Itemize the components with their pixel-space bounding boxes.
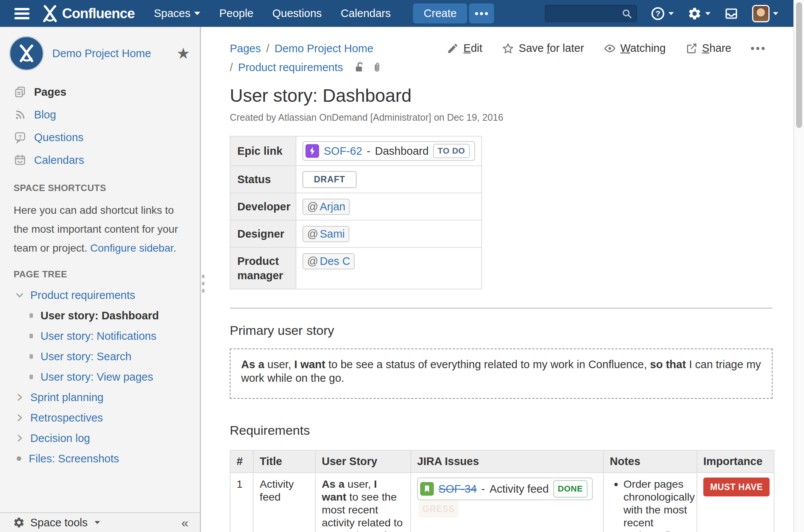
tree-item-label[interactable]: User story: View pages xyxy=(41,371,153,383)
collapse-sidebar-icon[interactable]: « xyxy=(181,515,189,530)
sidebar-item-pages[interactable]: Pages xyxy=(0,81,200,103)
space-tools-bar[interactable]: Space tools « xyxy=(0,512,200,532)
tree-item-decision-log[interactable]: Decision log xyxy=(0,428,200,448)
hamburger-menu-icon[interactable] xyxy=(14,8,30,19)
jira-issue-chip-sof-62[interactable]: SOF-62 - Dashboard TO DO xyxy=(302,141,475,161)
meta-label-epic-link: Epic link xyxy=(230,136,296,166)
nav-people-label: People xyxy=(219,7,253,20)
calendar-icon xyxy=(14,154,26,166)
tree-item-product-requirements[interactable]: Product requirements xyxy=(0,285,200,305)
breadcrumb-demo-project-home[interactable]: Demo Project Home xyxy=(274,42,373,55)
chevron-down-icon xyxy=(705,12,711,15)
notifications-tray[interactable] xyxy=(724,6,739,21)
story-text: to be see a status of everything related… xyxy=(325,358,650,370)
table-header-row: # Title User Story JIRA Issues Notes Imp… xyxy=(230,450,774,473)
shortcuts-text-period: . xyxy=(173,242,176,254)
share-button[interactable]: Share xyxy=(686,42,731,54)
share-label: hare xyxy=(709,42,731,54)
paperclip-icon[interactable] xyxy=(371,61,383,73)
confluence-logo[interactable]: Confluence xyxy=(41,5,134,23)
save-for-later-button[interactable]: Save for later xyxy=(502,42,584,54)
configure-sidebar-link[interactable]: Configure sidebar xyxy=(90,242,173,254)
meta-label-status: Status xyxy=(230,166,296,193)
at-icon: @ xyxy=(307,228,318,240)
space-header: Demo Project Home ★ xyxy=(0,27,200,81)
tree-item-retrospectives[interactable]: Retrospectives xyxy=(0,408,200,428)
nav-questions-label: Questions xyxy=(273,7,322,20)
chevron-right-icon[interactable] xyxy=(15,413,24,422)
scrollbar-thumb[interactable] xyxy=(796,2,802,128)
breadcrumb-pages[interactable]: Pages xyxy=(230,42,261,55)
tree-item-user-story-search[interactable]: User story: Search xyxy=(0,346,200,367)
tree-item-label[interactable]: User story: Dashboard xyxy=(41,310,159,322)
jira-issue-chip-sof-34[interactable]: SOF-34 - Activity feed DONE xyxy=(417,478,593,500)
tree-item-label[interactable]: Product requirements xyxy=(30,289,135,302)
watching-button[interactable]: Watching xyxy=(604,42,666,54)
status-badge-done: DONE xyxy=(553,480,587,498)
sidebar-item-calendars[interactable]: Calendars xyxy=(0,149,200,171)
share-accesskey: S xyxy=(702,42,709,54)
cell-num: 1 xyxy=(230,473,253,532)
mention-arjan[interactable]: @Arjan xyxy=(302,199,350,215)
space-logo[interactable] xyxy=(9,36,44,71)
chevron-right-icon[interactable] xyxy=(15,393,24,402)
create-button[interactable]: Create xyxy=(413,3,467,23)
tree-item-label[interactable]: User story: Notifications xyxy=(41,330,156,342)
chevron-down-icon[interactable] xyxy=(15,291,24,300)
confluence-x-icon xyxy=(41,5,59,23)
nav-spaces[interactable]: Spaces xyxy=(144,7,210,20)
issue-key-link[interactable]: SOF-34 xyxy=(438,482,477,495)
help-icon: ? xyxy=(651,6,665,21)
search-input[interactable] xyxy=(549,8,621,19)
mention-name: Des C xyxy=(320,255,351,268)
tree-item-label[interactable]: Files: Screenshots xyxy=(29,453,119,465)
tree-item-label[interactable]: User story: Search xyxy=(41,350,131,363)
chevron-right-icon[interactable] xyxy=(15,434,24,443)
tree-item-user-story-view-pages[interactable]: User story: View pages xyxy=(0,367,200,387)
mention-des-c[interactable]: @Des C xyxy=(302,253,355,269)
chevron-down-icon xyxy=(773,12,778,15)
mention-sami[interactable]: @Sami xyxy=(302,226,349,242)
tree-item-label[interactable]: Sprint planning xyxy=(30,391,103,404)
search-icon[interactable] xyxy=(621,8,633,19)
space-home-link[interactable]: Demo Project Home xyxy=(52,47,168,60)
sidebar-item-blog[interactable]: Blog xyxy=(0,103,200,126)
table-row: Status DRAFT xyxy=(230,166,481,193)
story-bold: As a xyxy=(241,358,264,370)
tree-item-files-screenshots[interactable]: Files: Screenshots xyxy=(0,448,200,469)
create-more-button[interactable] xyxy=(469,3,494,23)
col-header-num: # xyxy=(230,450,253,473)
requirements-heading: Requirements xyxy=(230,423,773,438)
tree-item-sprint-planning[interactable]: Sprint planning xyxy=(0,387,200,408)
edit-button[interactable]: Edit xyxy=(447,42,482,54)
breadcrumb-separator: / xyxy=(266,42,269,55)
chevron-down-icon xyxy=(194,12,200,15)
watching-label: atching xyxy=(630,42,666,54)
table-row: Epic link SOF-62 - Dashboard TO DO xyxy=(230,136,481,166)
help-menu[interactable]: ? xyxy=(651,6,674,21)
table-row: Product manager @Des C xyxy=(230,247,481,289)
sidebar-item-questions[interactable]: ? Questions xyxy=(0,126,200,149)
breadcrumb-product-requirements[interactable]: Product requirements xyxy=(238,61,343,74)
nav-calendars[interactable]: Calendars xyxy=(331,7,400,20)
story-bold: As a xyxy=(322,478,344,490)
col-header-jira-issues: JIRA Issues xyxy=(411,450,603,473)
user-menu[interactable] xyxy=(752,5,778,22)
tree-item-label[interactable]: Decision log xyxy=(30,432,90,445)
issue-separator: - xyxy=(481,482,485,495)
brand-name: Confluence xyxy=(62,6,134,22)
more-actions-button[interactable] xyxy=(751,47,765,50)
main-column: Confluence Spaces People Questions Calen… xyxy=(0,0,793,532)
issue-key-link[interactable]: SOF-62 xyxy=(324,145,362,157)
unlock-icon[interactable] xyxy=(354,61,366,73)
settings-menu[interactable] xyxy=(687,6,711,21)
status-badge-todo: TO DO xyxy=(433,144,469,158)
sidebar-resize-handle[interactable] xyxy=(202,275,204,292)
nav-questions[interactable]: Questions xyxy=(263,7,332,20)
nav-people[interactable]: People xyxy=(210,7,263,20)
tree-item-user-story-notifications[interactable]: User story: Notifications xyxy=(0,326,200,346)
favourite-star-icon[interactable]: ★ xyxy=(176,46,190,61)
vertical-scrollbar[interactable] xyxy=(793,0,804,532)
tree-item-user-story-dashboard[interactable]: User story: Dashboard xyxy=(0,305,200,326)
tree-item-label[interactable]: Retrospectives xyxy=(30,412,103,424)
